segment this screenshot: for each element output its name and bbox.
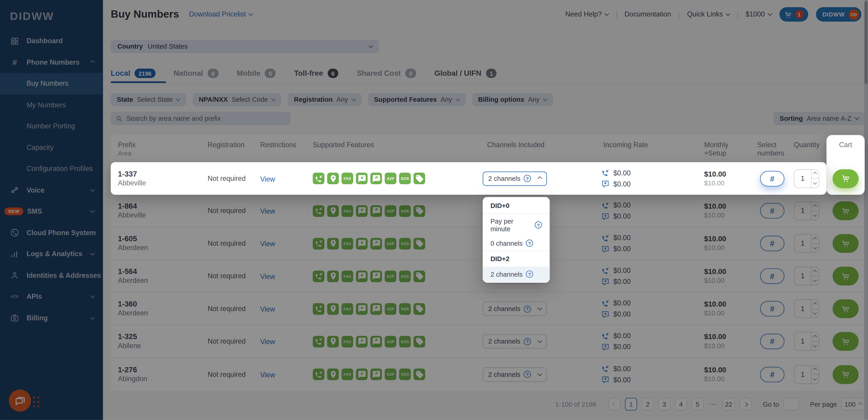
fax-feature-icon: FAX	[341, 173, 353, 184]
select-numbers-button[interactable]: #	[760, 171, 784, 186]
voice-in-feature-icon	[313, 173, 324, 184]
chevron-up-icon	[537, 176, 542, 181]
supported-features-cell: FAX A2P SOS	[313, 173, 483, 184]
col-header-cart: Cart	[827, 135, 865, 161]
channels-dropdown-menu: DID+0 Pay per minute 0 channels DID+2	[483, 197, 550, 282]
option-label: 0 channels	[491, 239, 523, 247]
a2p-feature-icon: A2P	[385, 173, 396, 184]
quantity-decrease-button[interactable]	[811, 179, 819, 187]
option-label: 2 channels	[491, 270, 523, 278]
incoming-rate-cell: $0.00 $0.00	[596, 169, 689, 188]
voice-rate-icon	[601, 169, 610, 177]
channels-select-open[interactable]: 2 channels	[483, 171, 547, 186]
restrictions-view-link[interactable]: View	[260, 175, 275, 183]
prefix-area-cell: 1-337 Abbeville	[111, 169, 208, 188]
option-label: Pay per minute	[491, 217, 531, 233]
sos-feature-icon: SOS	[399, 173, 411, 184]
sms-rate-value: $0.00	[613, 180, 631, 188]
voice-rate-value: $0.00	[613, 169, 631, 177]
monthly-price: $10.00	[704, 169, 747, 179]
channels-value: 2 channels	[488, 174, 520, 182]
sms-rate-icon	[601, 180, 610, 188]
setup-price: $10.00	[704, 179, 747, 188]
quantity-stepper	[794, 169, 819, 188]
help-icon	[526, 239, 533, 247]
dropdown-option-0-channels[interactable]: 0 channels	[483, 236, 550, 251]
app-window: DIDWW Dashboard # Phone Numbers Buy Numb…	[0, 0, 868, 420]
help-icon	[526, 270, 533, 278]
dropdown-option-pay-per-minute[interactable]: Pay per minute	[483, 214, 550, 236]
help-icon	[535, 221, 542, 229]
add-to-cart-button[interactable]	[833, 169, 859, 188]
dropdown-group-did2: DID+2	[483, 251, 550, 267]
dim-overlay	[0, 0, 868, 420]
dropdown-group-did0: DID+0	[483, 198, 550, 214]
table-row: 1-337 Abbeville Not required View FAX A2…	[111, 162, 865, 195]
quantity-increase-button[interactable]	[811, 169, 819, 179]
sms-out-feature-icon	[370, 173, 382, 184]
help-icon	[524, 175, 531, 182]
chevron-down-icon	[813, 181, 817, 184]
tag-feature-icon	[413, 173, 425, 184]
channels-cell: 2 channels DID+0 Pay per minute 0 ch	[483, 171, 596, 186]
cart-icon	[841, 174, 850, 183]
quantity-input[interactable]	[794, 169, 811, 187]
sms-in-feature-icon	[356, 173, 368, 184]
dropdown-option-2-channels-selected[interactable]: 2 channels	[483, 267, 550, 282]
registration-cell: Not required	[208, 174, 260, 182]
chevron-up-icon	[813, 172, 817, 175]
location-e911-feature-icon	[327, 173, 339, 184]
monthly-setup-cell: $10.00 $10.00	[689, 169, 747, 188]
